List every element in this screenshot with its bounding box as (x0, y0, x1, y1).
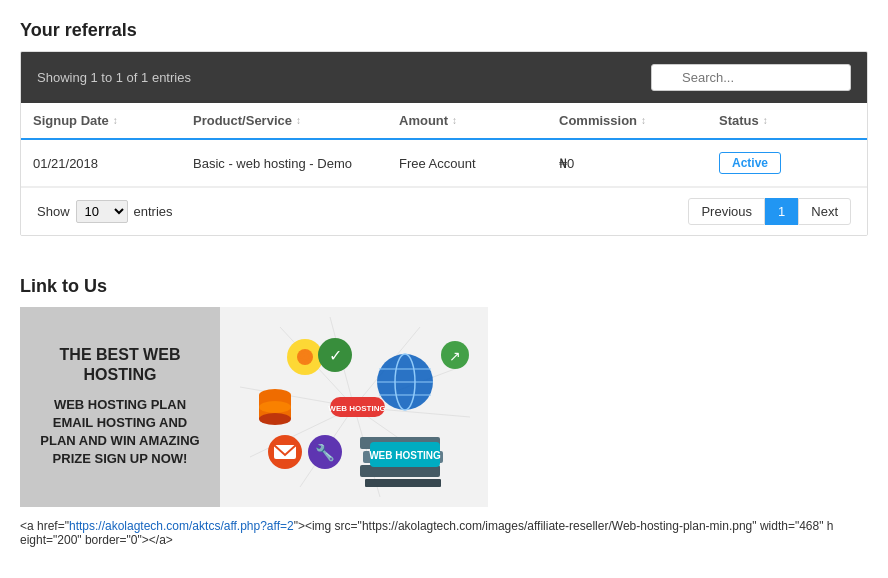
table-top-bar: Showing 1 to 1 of 1 entries 🔍 (21, 52, 867, 103)
sort-icon-commission: ↕ (641, 115, 646, 126)
cell-commission: ₦0 (547, 144, 707, 183)
previous-button[interactable]: Previous (688, 198, 765, 225)
search-input[interactable] (651, 64, 851, 91)
status-badge: Active (719, 152, 781, 174)
svg-text:🔧: 🔧 (315, 443, 335, 462)
code-snippet: <a href="https://akolagtech.com/aktcs/af… (20, 519, 840, 547)
cell-status: Active (707, 140, 867, 186)
entries-label: entries (134, 204, 173, 219)
referrals-section: Your referrals Showing 1 to 1 of 1 entri… (20, 20, 868, 236)
banner-illustration: ⚙ ✓ WEB HOSTING 🔧 (220, 307, 488, 507)
show-entries: Show 10 25 50 100 entries (37, 200, 173, 223)
next-button[interactable]: Next (798, 198, 851, 225)
svg-text:↗: ↗ (449, 348, 461, 364)
show-label: Show (37, 204, 70, 219)
col-header-amount[interactable]: Amount ↕ (387, 103, 547, 138)
svg-rect-14 (365, 479, 441, 487)
search-wrap: 🔍 (651, 64, 851, 91)
col-header-signup-date[interactable]: Signup Date ↕ (21, 103, 181, 138)
table-footer: Show 10 25 50 100 entries Previous 1 Nex… (21, 187, 867, 235)
referrals-table-wrapper: Showing 1 to 1 of 1 entries 🔍 Signup Dat… (20, 51, 868, 236)
banner-text1: THE BEST WEB HOSTING (36, 345, 204, 383)
referrals-title: Your referrals (20, 20, 868, 41)
cell-signup-date: 01/21/2018 (21, 144, 181, 183)
svg-point-25 (259, 413, 291, 425)
col-header-commission[interactable]: Commission ↕ (547, 103, 707, 138)
sort-icon-product: ↕ (296, 115, 301, 126)
banner-left: THE BEST WEB HOSTING WEB HOSTING PLAN EM… (20, 307, 220, 507)
svg-text:WEB HOSTING: WEB HOSTING (369, 450, 441, 461)
table-header: Signup Date ↕ Product/Service ↕ Amount ↕… (21, 103, 867, 140)
cell-product: Basic - web hosting - Demo (181, 144, 387, 183)
banner-right: ⚙ ✓ WEB HOSTING 🔧 (220, 307, 488, 507)
svg-point-26 (259, 401, 291, 413)
sort-icon-amount: ↕ (452, 115, 457, 126)
pagination: Previous 1 Next (688, 198, 851, 225)
showing-text: Showing 1 to 1 of 1 entries (37, 70, 191, 85)
sort-icon-status: ↕ (763, 115, 768, 126)
svg-text:⚙: ⚙ (298, 348, 312, 365)
svg-text:WEB HOSTING: WEB HOSTING (328, 404, 385, 413)
col-header-product[interactable]: Product/Service ↕ (181, 103, 387, 138)
cell-amount: Free Account (387, 144, 547, 183)
table-row: 01/21/2018 Basic - web hosting - Demo Fr… (21, 140, 867, 187)
per-page-select[interactable]: 10 25 50 100 (76, 200, 128, 223)
sort-icon-date: ↕ (113, 115, 118, 126)
svg-text:✓: ✓ (329, 347, 342, 364)
code-link[interactable]: https://akolagtech.com/aktcs/aff.php?aff… (69, 519, 294, 533)
col-header-status[interactable]: Status ↕ (707, 103, 867, 138)
link-section: Link to Us THE BEST WEB HOSTING WEB HOST… (20, 276, 868, 547)
banner-text2: WEB HOSTING PLAN EMAIL HOSTING AND PLAN … (36, 396, 204, 469)
page-1-button[interactable]: 1 (765, 198, 798, 225)
banner-area: THE BEST WEB HOSTING WEB HOSTING PLAN EM… (20, 307, 488, 507)
link-title: Link to Us (20, 276, 868, 297)
